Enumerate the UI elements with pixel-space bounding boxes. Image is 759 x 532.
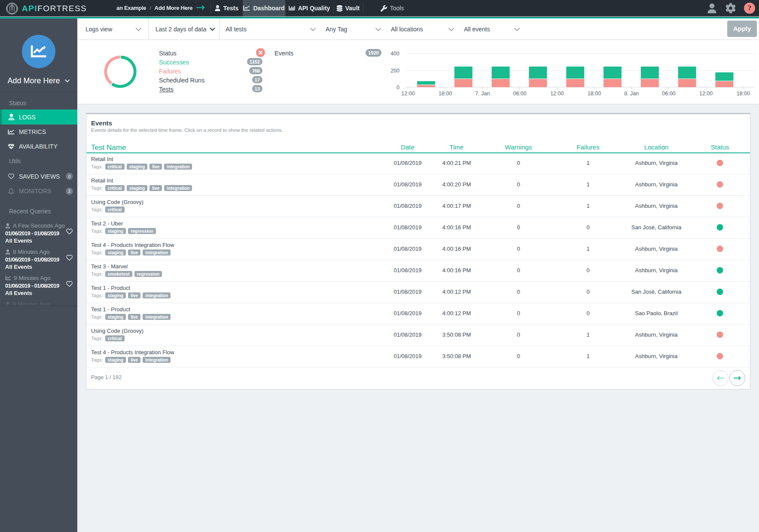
svg-text:400: 400 [390, 51, 399, 57]
svg-text:7. Jan: 7. Jan [475, 91, 490, 97]
svg-text:12:00: 12:00 [550, 91, 564, 97]
svg-text:06:00: 06:00 [662, 91, 675, 97]
svg-text:12:00: 12:00 [699, 91, 713, 97]
svg-text:18:00: 18:00 [439, 91, 452, 97]
svg-text:8. Jan: 8. Jan [624, 91, 639, 97]
svg-text:0: 0 [396, 85, 399, 91]
svg-text:18:00: 18:00 [588, 91, 601, 97]
svg-text:200: 200 [390, 68, 399, 74]
svg-text:06:00: 06:00 [513, 91, 526, 97]
svg-text:12:00: 12:00 [401, 91, 415, 97]
svg-text:18:00: 18:00 [737, 91, 750, 97]
